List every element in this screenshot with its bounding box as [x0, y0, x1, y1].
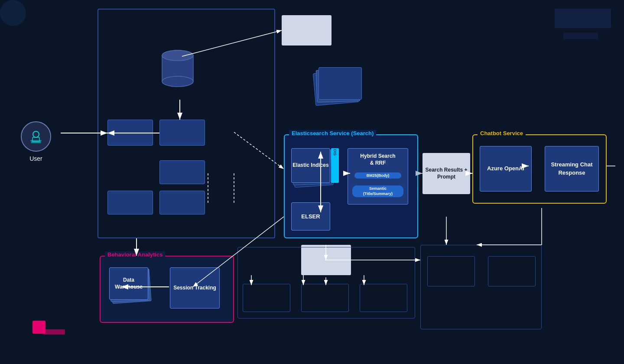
behavioral-analytics-box: Behavioral Analytics Data Warehouse Sess…: [100, 256, 234, 323]
top-right-decoration: [555, 9, 611, 28]
elser-box: ELSER: [291, 202, 330, 231]
bm25-pill: BM25(Body): [354, 172, 401, 179]
session-tracking-label: Session Tracking: [173, 285, 216, 292]
session-tracking-box: Session Tracking: [170, 267, 220, 309]
bottom-left-container: [237, 247, 415, 318]
left-middle-box-2: [159, 120, 205, 146]
elastic-page-1: Elastic Indices: [291, 148, 330, 183]
left-middle-box-5: [159, 191, 205, 214]
chatbot-service-title: Chatbot Service: [478, 130, 526, 136]
hybrid-search-label: Hybrid Search& RRF: [348, 153, 408, 166]
chatbot-service-box: Chatbot Service Azure OpenAI Streaming C…: [472, 134, 607, 204]
search-results-label: Search Results + Prompt: [422, 167, 470, 180]
data-warehouse-container: Data Warehouse: [109, 267, 157, 311]
page-front: [318, 67, 362, 100]
svg-point-8: [162, 50, 193, 61]
elser-label: ELSER: [301, 213, 320, 220]
top-right-decoration-2: [563, 32, 598, 39]
search-results-box: Search Results + Prompt: [422, 153, 470, 194]
left-middle-box-3: [159, 160, 205, 184]
elastic-indices-container: Elastic Indices DIS: [291, 148, 339, 192]
semantic-pill: Semantic(Title/Summary): [352, 185, 403, 197]
user-label: User: [29, 155, 42, 162]
streaming-chat-box: Streaming Chat Response: [545, 146, 599, 192]
dw-page-1: Data Warehouse: [109, 267, 148, 300]
svg-rect-4: [31, 142, 41, 143]
elasticsearch-service-box: Elasticsearch Service (Search) Elastic I…: [284, 134, 418, 238]
bottom-right-inner-2: [488, 256, 536, 286]
streaming-chat-label: Streaming Chat Response: [545, 161, 598, 176]
top-center-box: [282, 15, 332, 46]
dis-badge: DIS: [331, 148, 339, 183]
database-cylinder: [160, 48, 195, 91]
bottom-right-inner-1: [427, 256, 475, 286]
bottom-right-box: [420, 245, 542, 329]
middle-right-area: [284, 65, 392, 121]
behavioral-analytics-title: Behavioral Analytics: [105, 251, 165, 258]
user-node: User: [21, 121, 51, 162]
pink-decoration-2: [43, 329, 65, 335]
data-warehouse-label: Data Warehouse: [110, 277, 148, 290]
svg-point-0: [33, 131, 39, 137]
bg-blob-1: [0, 0, 26, 26]
hybrid-search-box: Hybrid Search& RRF BM25(Body) Semantic(T…: [348, 148, 408, 205]
svg-point-7: [162, 76, 193, 87]
left-middle-box-4: [107, 191, 153, 214]
user-avatar: [21, 121, 51, 152]
elasticsearch-service-title: Elasticsearch Service (Search): [289, 130, 376, 136]
elastic-indices-label: Elastic Indices: [292, 162, 328, 169]
left-middle-box-1: [107, 120, 153, 146]
azure-openai-label: Azure OpenAI: [487, 165, 524, 172]
azure-openai-box: Azure OpenAI: [480, 146, 532, 192]
